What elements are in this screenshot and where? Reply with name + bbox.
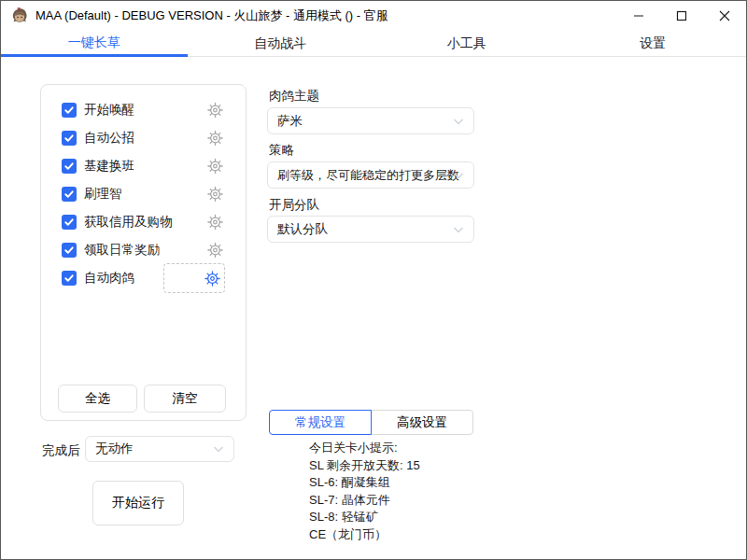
tab-4[interactable]: 设置 xyxy=(560,31,747,57)
task-label: 自动肉鸽 xyxy=(84,270,134,287)
chevron-down-icon xyxy=(451,168,466,183)
maximize-icon xyxy=(676,10,687,21)
task-row: 领取日常奖励 xyxy=(41,236,246,264)
after-completion-label: 完成后 xyxy=(42,442,80,459)
chevron-down-icon xyxy=(451,222,466,237)
task-checkbox[interactable] xyxy=(62,215,77,230)
tip-line: SL-6: 酮凝集组 xyxy=(309,474,420,492)
gear-icon[interactable] xyxy=(206,242,224,259)
tip-line: SL-8: 轻锰矿 xyxy=(309,509,420,526)
roguelike-theme-value: 萨米 xyxy=(277,113,303,130)
task-panel: 开始唤醒自动公招基建换班刷理智获取信用及购物领取日常奖励自动肉鸽 全选 清空 xyxy=(40,84,247,421)
title-bar: MAA (Default) - DEBUG VERSION - 火山旅梦 - 通… xyxy=(1,1,746,31)
gear-icon[interactable] xyxy=(206,130,224,147)
daily-stage-tips: 今日关卡小提示:SL 剩余开放天数: 15SL-6: 酮凝集组SL-7: 晶体元… xyxy=(309,440,420,543)
task-row: 自动肉鸽 xyxy=(41,264,246,292)
task-checkbox[interactable] xyxy=(62,187,77,202)
tab-1[interactable]: 一键长草 xyxy=(1,31,188,57)
gear-icon[interactable] xyxy=(206,186,224,203)
start-run-button[interactable]: 开始运行 xyxy=(92,481,184,525)
roguelike-squad-value: 默认分队 xyxy=(277,221,328,238)
tab-2[interactable]: 自动战斗 xyxy=(188,31,374,57)
task-list: 开始唤醒自动公招基建换班刷理智获取信用及购物领取日常奖励自动肉鸽 xyxy=(41,96,246,292)
window-title: MAA (Default) - DEBUG VERSION - 火山旅梦 - 通… xyxy=(35,7,388,24)
roguelike-theme-select[interactable]: 萨米 xyxy=(267,107,474,134)
app-window: MAA (Default) - DEBUG VERSION - 火山旅梦 - 通… xyxy=(0,0,747,560)
task-row: 基建换班 xyxy=(41,152,246,180)
task-checkbox[interactable] xyxy=(62,243,77,258)
roguelike-squad-select[interactable]: 默认分队 xyxy=(267,216,474,243)
task-label: 领取日常奖励 xyxy=(84,242,160,259)
advanced-settings-button[interactable]: 高级设置 xyxy=(371,410,473,435)
roguelike-theme-label: 肉鸽主题 xyxy=(269,88,319,105)
chevron-down-icon xyxy=(451,114,466,129)
close-icon xyxy=(719,10,730,21)
close-button[interactable] xyxy=(703,1,746,31)
task-row: 自动公招 xyxy=(41,124,246,152)
gear-icon[interactable] xyxy=(204,270,221,287)
task-checkbox[interactable] xyxy=(62,271,77,286)
minimize-icon xyxy=(633,10,644,21)
tab-bar: 一键长草自动战斗小工具设置 xyxy=(1,31,746,57)
select-all-button[interactable]: 全选 xyxy=(58,385,137,413)
maximize-button[interactable] xyxy=(660,1,703,31)
roguelike-squad-label: 开局分队 xyxy=(269,197,319,214)
task-label: 获取信用及购物 xyxy=(84,214,173,231)
roguelike-strategy-select[interactable]: 刷等级，尽可能稳定的打更多层数 xyxy=(267,161,474,189)
task-checkbox[interactable] xyxy=(62,159,77,174)
task-row: 开始唤醒 xyxy=(41,96,246,124)
task-settings-focus-box xyxy=(163,263,225,293)
minimize-button[interactable] xyxy=(617,1,660,31)
roguelike-strategy-value: 刷等级，尽可能稳定的打更多层数 xyxy=(277,167,459,184)
task-label: 开始唤醒 xyxy=(84,102,134,119)
window-controls xyxy=(617,1,746,31)
gear-icon[interactable] xyxy=(206,102,224,119)
tab-3[interactable]: 小工具 xyxy=(374,31,560,57)
task-row: 刷理智 xyxy=(41,180,246,208)
tip-line: CE（龙门币） xyxy=(309,526,420,544)
tip-line: SL 剩余开放天数: 15 xyxy=(309,457,420,475)
task-label: 基建换班 xyxy=(84,158,134,175)
general-settings-button[interactable]: 常规设置 xyxy=(269,410,372,435)
task-label: 自动公招 xyxy=(84,130,134,147)
gear-icon[interactable] xyxy=(206,214,224,231)
after-completion-value: 无动作 xyxy=(95,441,134,457)
after-completion-select[interactable]: 无动作 xyxy=(85,436,234,462)
task-checkbox[interactable] xyxy=(62,103,77,118)
tip-line: 今日关卡小提示: xyxy=(309,440,420,457)
task-row: 获取信用及购物 xyxy=(41,208,246,236)
clear-button[interactable]: 清空 xyxy=(144,385,226,413)
task-checkbox[interactable] xyxy=(62,131,77,146)
chevron-down-icon xyxy=(211,441,226,456)
tip-line: SL-7: 晶体元件 xyxy=(309,492,420,510)
task-label: 刷理智 xyxy=(84,186,122,203)
maa-logo-icon xyxy=(10,7,29,25)
gear-icon[interactable] xyxy=(206,158,224,175)
roguelike-strategy-label: 策略 xyxy=(269,142,294,159)
